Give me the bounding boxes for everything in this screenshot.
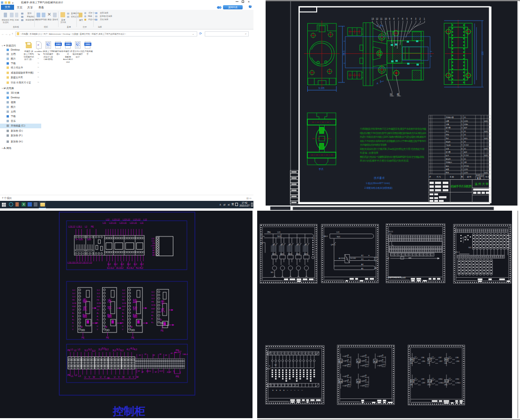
svg-text:PE: PE [91,226,94,228]
svg-text:数: 数 [461,176,463,178]
svg-text:A-: A- [122,315,125,317]
svg-text:A01: A01 [348,364,350,366]
svg-text:CON10: CON10 [438,382,444,384]
svg-text:温州大学: 温州大学 [475,182,489,186]
svg-text:1L2: 1L2 [111,267,114,269]
svg-text:Q235: Q235 [464,120,468,122]
svg-text:水: 水 [107,298,112,303]
svg-text:QF1: QF1 [272,244,275,246]
svg-text:PE: PE [176,375,179,378]
svg-text:手爪: 手爪 [319,168,324,170]
svg-text:7: 7 [461,151,462,153]
svg-text:N2: N2 [260,237,263,239]
svg-text:L3: L3 [78,375,81,377]
svg-text:轴: 轴 [82,313,87,318]
svg-text:卡簧: 卡簧 [446,123,449,125]
svg-text:CR11: CR11 [455,378,459,380]
svg-text:组件: 组件 [484,131,488,133]
svg-text:C2: C2 [449,356,451,358]
svg-text:CR10: CR10 [438,378,443,380]
svg-text:1L3: 1L3 [92,350,96,352]
svg-text:1L2: 1L2 [107,263,111,265]
svg-text:08F: 08F [464,162,467,163]
svg-text:B-: B- [97,322,99,324]
svg-text:连接块: 连接块 [446,141,451,143]
svg-text:代 号: 代 号 [436,176,441,178]
svg-text:L12: L12 [116,219,120,221]
svg-text:PE: PE [106,337,109,339]
svg-text:6: 6 [402,18,403,20]
svg-text:ZL104: ZL104 [464,155,469,156]
svg-text:KM1: KM1 [272,253,275,255]
svg-text:5: 5 [461,124,462,125]
svg-text:4L4F: 4L4F [167,371,171,373]
svg-text:3L3: 3L3 [120,349,124,352]
svg-text:−: − [298,389,299,391]
svg-text:PE: PE [72,299,75,301]
svg-text:L1: L1 [80,226,82,228]
svg-text:CR9: CR9 [410,384,413,386]
svg-text:RST: RST [122,305,126,308]
svg-text:65Mn: 65Mn [464,124,468,125]
svg-text:1: 1 [461,138,462,140]
svg-text:↓CR8: ↓CR8 [455,361,459,362]
svg-text:KM2: KM2 [280,253,283,255]
svg-text:1L2: 1L2 [72,292,75,295]
svg-text:K2: K2 [361,255,364,257]
svg-text:K02: K02 [365,384,368,386]
svg-text:K4: K4 [339,380,342,383]
svg-text:橡胶: 橡胶 [464,151,468,153]
svg-text:+: + [272,389,274,391]
svg-text:PE: PE [97,299,100,301]
svg-text:1L1: 1L1 [72,289,75,291]
svg-text:A+: A+ [97,312,100,314]
svg-text:6: 6 [461,120,462,122]
svg-text:F: F [173,370,175,372]
svg-text:Q235: Q235 [464,169,468,170]
svg-text:CR9: CR9 [421,378,424,380]
svg-text:本设计的机械手手爪部分实物样机已制作完成: 本设计的机械手手爪部分实物样机已制作完成 [360,159,409,162]
svg-text:螺母: 螺母 [446,171,449,174]
svg-text:1F: 1F [138,370,140,372]
svg-text:K11: K11 [445,380,449,383]
svg-text:1L1: 1L1 [151,291,155,293]
svg-text:3F: 3F [165,354,167,356]
svg-text:HT200: HT200 [464,165,469,167]
svg-text:L11: L11 [123,222,127,224]
svg-text:0V: 0V [122,309,125,311]
svg-text:N2: N2 [275,364,277,366]
svg-text:密封圈: 密封圈 [446,127,451,129]
svg-text:4L3: 4L3 [134,348,137,351]
svg-text:1L3: 1L3 [122,295,126,298]
svg-text:A+: A+ [151,314,154,317]
svg-text:K7: K7 [428,359,431,361]
svg-text:PE: PE [67,349,70,352]
svg-text:1L1: 1L1 [107,267,111,269]
svg-text:1.锐边(30mmΦ77·1min): 1.锐边(30mmΦ77·1min) [366,182,390,185]
svg-text:CR10: CR10 [427,384,431,386]
svg-text:1L3: 1L3 [151,297,155,300]
svg-text:调整垫片: 调整垫片 [446,161,453,163]
svg-text:A-: A- [151,317,154,320]
svg-text:2R24: 2R24 [146,370,151,372]
svg-text:W: W [107,376,110,379]
svg-text:K10: K10 [428,380,432,383]
svg-text:C2: C2 [432,378,434,380]
svg-text:K01: K01 [365,364,368,366]
svg-text:K3: K3 [374,360,377,363]
svg-text:L11: L11 [113,222,117,224]
svg-text:装配完成后应进行空载试车, 并на各运动 部位无卡滞, 结合: 装配完成后应进行空载试车, 并на各运动 部位无卡滞, 结合面处不得 [360,147,425,151]
svg-text:220: 220 [87,238,91,241]
svg-text:旋: 旋 [132,298,137,303]
svg-text:2: 2 [461,169,462,170]
svg-text:N01: N01 [468,247,471,249]
svg-text:3: 3 [461,165,462,167]
svg-text:45: 45 [464,158,466,160]
svg-text:1L2: 1L2 [88,348,92,351]
svg-text:单件 总计: 单件 总计 [476,174,484,177]
svg-text:6: 6 [461,155,462,156]
svg-text:活塞: 活塞 [446,148,449,150]
svg-text:QF13: QF13 [266,368,270,370]
svg-text:B-: B- [122,322,125,324]
svg-text:1L2: 1L2 [134,263,137,265]
